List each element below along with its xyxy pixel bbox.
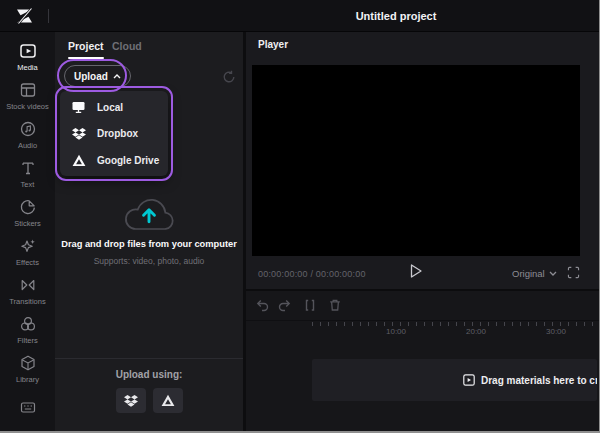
dropzone-title: Drag and drop files from your computer <box>55 239 243 249</box>
chevron-down-icon <box>549 271 557 276</box>
menu-item-dropbox[interactable]: Dropbox <box>60 121 168 147</box>
timeline-divider <box>246 320 600 321</box>
sidebar-item-effects[interactable]: Effects <box>0 237 55 267</box>
ratio-dropdown[interactable]: Original <box>512 268 557 279</box>
effects-icon <box>19 237 37 255</box>
video-preview <box>252 65 580 256</box>
fullscreen-icon[interactable] <box>567 266 580 279</box>
undo-icon[interactable] <box>254 297 270 313</box>
tab-project[interactable]: Project <box>68 40 104 52</box>
play-icon[interactable] <box>409 263 423 279</box>
tab-active-underline <box>68 57 104 59</box>
timeline-panel: 10:00 20:00 30:00 Drag materials here to… <box>246 289 600 433</box>
google-drive-icon <box>161 394 175 407</box>
dropbox-icon <box>124 394 138 407</box>
chevron-up-icon <box>113 74 121 79</box>
sidebar-item-filters[interactable]: Filters <box>0 315 55 345</box>
timeline-ruler <box>312 322 597 326</box>
capcut-editor-window: Untitled project Media Stock videos Audi… <box>0 0 600 433</box>
monitor-icon <box>71 100 86 114</box>
menu-item-google-drive[interactable]: Google Drive <box>60 147 168 173</box>
timecode: 00:00:00:00 / 00:00:00:00 <box>258 269 366 279</box>
topbar-divider <box>48 9 49 23</box>
menu-item-local[interactable]: Local <box>60 94 168 120</box>
capcut-logo-icon[interactable] <box>15 8 34 24</box>
media-icon <box>19 42 37 60</box>
dropbox-upload-button[interactable] <box>116 388 146 413</box>
tab-cloud[interactable]: Cloud <box>112 40 142 52</box>
filters-icon <box>19 315 37 333</box>
sidebar-item-stock-videos[interactable]: Stock videos <box>0 81 55 111</box>
media-panel: Project Cloud Upload Local Dropb <box>55 32 243 433</box>
media-panel-divider <box>55 358 243 359</box>
project-title[interactable]: Untitled project <box>356 10 437 22</box>
media-clip-icon <box>463 374 475 386</box>
upload-using-label: Upload using: <box>55 369 243 380</box>
redo-icon[interactable] <box>277 297 293 313</box>
split-icon[interactable] <box>302 297 318 313</box>
dropbox-icon <box>71 127 86 140</box>
topbar: Untitled project <box>0 0 600 32</box>
stickers-icon <box>19 198 37 216</box>
sidebar-item-shortcuts[interactable] <box>0 398 55 416</box>
ruler-label: 30:00 <box>546 327 566 336</box>
sidebar-item-library[interactable]: Library <box>0 354 55 384</box>
sidebar-item-stickers[interactable]: Stickers <box>0 198 55 228</box>
upload-button[interactable]: Upload <box>64 65 131 87</box>
sidebar-item-audio[interactable]: Audio <box>0 120 55 150</box>
player-panel: Player 00:00:00:00 / 00:00:00:00 Origina… <box>246 32 600 289</box>
cloud-upload-icon <box>117 191 181 235</box>
audio-icon <box>19 120 37 138</box>
sidebar-item-media[interactable]: Media <box>0 42 55 72</box>
text-icon <box>19 159 37 177</box>
stock-videos-icon <box>19 81 37 99</box>
google-drive-upload-button[interactable] <box>153 388 183 413</box>
player-title: Player <box>258 39 288 50</box>
upload-menu: Local Dropbox Google Drive <box>60 91 168 176</box>
timeline-drop-hint: Drag materials here to create fantas <box>463 359 597 401</box>
ruler-label: 10:00 <box>386 327 406 336</box>
dropzone-subtitle: Supports: video, photo, audio <box>55 256 243 266</box>
ruler-label: 20:00 <box>466 327 486 336</box>
upload-provider-buttons <box>55 388 243 413</box>
shortcuts-icon <box>19 398 37 416</box>
delete-icon[interactable] <box>327 297 343 313</box>
library-icon <box>19 354 37 372</box>
refresh-icon[interactable] <box>222 70 236 84</box>
sidebar: Media Stock videos Audio Text Stickers <box>0 32 55 433</box>
sidebar-item-text[interactable]: Text <box>0 159 55 189</box>
timeline-drop-zone[interactable]: Drag materials here to create fantas <box>312 359 597 401</box>
google-drive-icon <box>71 154 86 167</box>
sidebar-item-transitions[interactable]: Transitions <box>0 276 55 306</box>
transitions-icon <box>19 276 37 294</box>
